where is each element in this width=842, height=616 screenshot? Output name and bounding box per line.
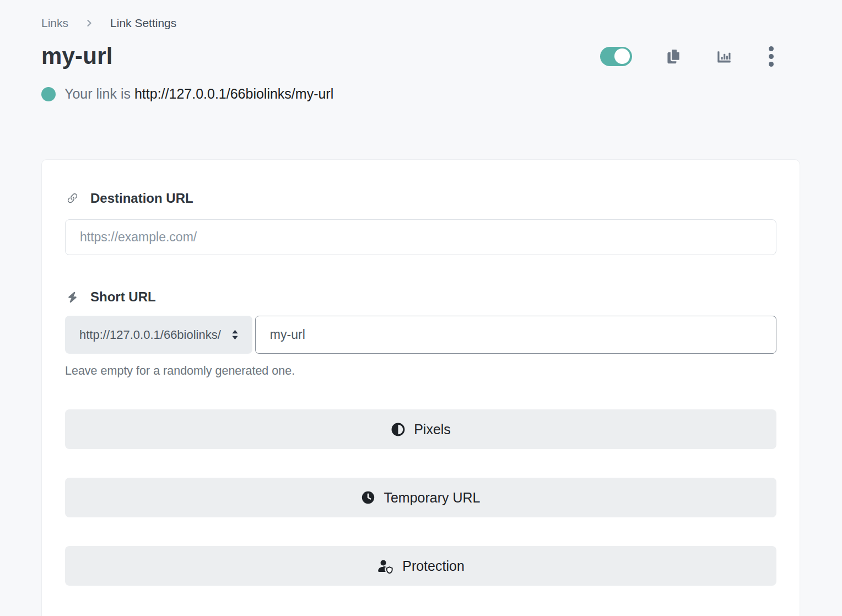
status-text: Your link is http://127.0.0.1/66biolinks… <box>64 86 333 102</box>
sort-arrows-icon <box>230 329 240 341</box>
short-link-url[interactable]: http://127.0.0.1/66biolinks/my-url <box>134 86 333 101</box>
clock-icon <box>361 490 375 505</box>
lightning-bolt-icon <box>65 291 79 304</box>
breadcrumb-links[interactable]: Links <box>41 17 68 30</box>
domain-select-value: http://127.0.0.1/66biolinks/ <box>79 328 221 342</box>
header-controls <box>600 45 800 68</box>
status-prefix: Your link is <box>64 86 131 101</box>
protection-button-label: Protection <box>402 558 465 574</box>
protection-button[interactable]: Protection <box>65 546 776 586</box>
page-title: my-url <box>41 43 113 69</box>
destination-url-label: Destination URL <box>65 191 776 206</box>
destination-url-input[interactable] <box>65 219 776 255</box>
link-settings-page: Links Link Settings my-url <box>0 0 842 616</box>
statistics-button[interactable] <box>716 48 732 64</box>
kebab-menu-icon[interactable] <box>765 45 777 68</box>
status-dot-icon <box>41 87 56 101</box>
short-url-help-text: Leave empty for a randomly generated one… <box>65 364 776 378</box>
link-active-toggle[interactable] <box>600 47 632 66</box>
short-url-label: Short URL <box>65 289 776 305</box>
pixels-button[interactable]: Pixels <box>65 409 776 449</box>
chevron-right-icon <box>85 19 94 28</box>
copy-link-button[interactable] <box>665 47 683 65</box>
bar-chart-icon <box>716 48 732 64</box>
short-url-slug-input[interactable] <box>255 316 776 354</box>
chain-link-icon <box>65 192 79 206</box>
destination-url-label-text: Destination URL <box>90 191 193 206</box>
user-shield-icon <box>377 559 394 574</box>
copy-icon <box>665 47 683 65</box>
breadcrumb-current: Link Settings <box>110 17 176 30</box>
link-status: Your link is http://127.0.0.1/66biolinks… <box>41 86 800 102</box>
short-url-label-text: Short URL <box>90 289 156 305</box>
temporary-url-button[interactable]: Temporary URL <box>65 478 776 517</box>
breadcrumb: Links Link Settings <box>41 17 800 30</box>
circle-half-filled-icon <box>391 422 406 437</box>
short-url-input-group: http://127.0.0.1/66biolinks/ <box>65 316 776 354</box>
page-header: my-url <box>41 43 800 69</box>
domain-select[interactable]: http://127.0.0.1/66biolinks/ <box>65 316 252 354</box>
pixels-button-label: Pixels <box>414 422 451 437</box>
temporary-url-button-label: Temporary URL <box>384 490 480 506</box>
link-settings-card: Destination URL Short URL http://127.0.0… <box>41 159 800 616</box>
toggle-knob <box>614 48 630 64</box>
